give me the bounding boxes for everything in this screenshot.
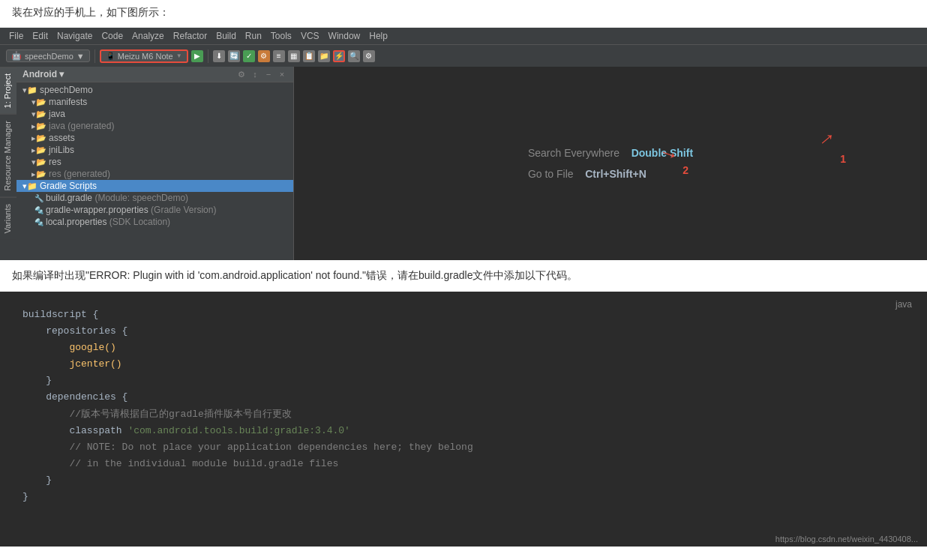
tree-content: ▾📁 speechDemo ▾📂 manifests ▾📂 java	[16, 82, 293, 260]
ide-menubar: File Edit Navigate Code Analyze Refactor…	[0, 28, 927, 44]
menu-build[interactable]: Build	[213, 31, 239, 41]
tree-assets-label: assets	[49, 133, 75, 143]
tree-item-root[interactable]: ▾📁 speechDemo	[16, 84, 293, 96]
toolbar-icon-4[interactable]: ⚙	[258, 50, 270, 62]
gradle-file-icon: 🔧	[34, 194, 44, 202]
folder-icon: ▾📁	[22, 85, 38, 95]
tree-res-generated-label: res (generated)	[49, 169, 110, 179]
toolbar-icon-9[interactable]: 🔍	[348, 50, 360, 62]
project-tree-panel: Android ▾ ⚙ ↕ − × ▾📁 speechDemo	[16, 67, 294, 260]
folder-icon: ▾📁	[22, 181, 38, 191]
menu-window[interactable]: Window	[326, 31, 364, 41]
run-button[interactable]: ▶	[191, 50, 203, 62]
goto-file-hint: Go to File Ctrl+Shift+N	[528, 163, 693, 184]
toolbar-icon-5[interactable]: ≡	[273, 50, 285, 62]
code-line-2: repositories {	[22, 323, 904, 340]
folder-icon: ▸📂	[32, 145, 46, 155]
tree-close-icon[interactable]: ×	[277, 69, 287, 79]
tree-java-generated-label: java (generated)	[49, 121, 114, 131]
menu-refactor[interactable]: Refactor	[170, 31, 210, 41]
ide-editor-area: Search Everywhere Double Shift Go to Fil…	[294, 67, 927, 260]
tree-settings-icon[interactable]: ⚙	[236, 69, 247, 79]
folder-icon: ▸📂	[32, 169, 46, 179]
tree-item-java[interactable]: ▾📂 java	[16, 108, 293, 120]
toolbar-icon-6[interactable]: ▦	[288, 50, 300, 62]
tree-jnilibs-label: jniLibs	[49, 145, 74, 155]
menu-code[interactable]: Code	[98, 31, 126, 41]
properties-file-icon: 🔩	[34, 206, 44, 214]
tree-item-gradle-wrapper[interactable]: 🔩 gradle-wrapper.properties (Gradle Vers…	[16, 204, 293, 216]
arrow-annotation-1: →	[811, 123, 842, 155]
device-selector[interactable]: 📱 Meizu M6 Note ▼	[100, 49, 188, 63]
folder-icon: ▾📂	[32, 109, 46, 119]
tree-item-build-gradle[interactable]: 🔧 build.gradle (Module: speechDemo)	[16, 192, 293, 204]
code-line-4: jcenter()	[22, 356, 904, 373]
goto-file-shortcut: Ctrl+Shift+N	[585, 168, 646, 180]
tree-manifests-label: manifests	[49, 97, 87, 107]
folder-icon: ▾📂	[32, 157, 46, 167]
variants-tab[interactable]: Variants	[0, 197, 16, 240]
tree-item-gradle-scripts[interactable]: ▾📁 Gradle Scripts	[16, 180, 293, 192]
project-dropdown[interactable]: 🤖 speechDemo ▼	[6, 49, 90, 62]
ide-screenshot: File Edit Navigate Code Analyze Refactor…	[0, 28, 927, 260]
tree-sort-icon[interactable]: ↕	[250, 69, 260, 79]
menu-help[interactable]: Help	[366, 31, 391, 41]
tree-local-props-label: local.properties (SDK Location)	[46, 217, 170, 227]
search-everywhere-label: Search Everywhere	[528, 147, 620, 159]
menu-run[interactable]: Run	[242, 31, 265, 41]
code-line-8: classpath 'com.android.tools.build:gradl…	[22, 423, 904, 439]
menu-file[interactable]: File	[6, 31, 26, 41]
project-tab[interactable]: 1: Project	[0, 67, 16, 114]
annotation-label-2: 2	[682, 164, 688, 176]
tree-collapse-icon[interactable]: −	[263, 69, 274, 79]
project-dropdown-arrow: ▼	[76, 52, 85, 61]
tree-item-res-generated[interactable]: ▸📂 res (generated)	[16, 168, 293, 180]
tree-res-label: res	[49, 157, 62, 167]
tree-item-jnilibs[interactable]: ▸📂 jniLibs	[16, 144, 293, 156]
tree-header: Android ▾ ⚙ ↕ − ×	[16, 67, 293, 82]
resource-manager-tab[interactable]: Resource Manager	[0, 114, 16, 197]
ide-side-tabs: 1: Project Resource Manager Variants	[0, 67, 16, 260]
code-line-6: dependencies {	[22, 389, 904, 406]
tree-item-res[interactable]: ▾📂 res	[16, 156, 293, 168]
device-icon: 📱	[106, 52, 115, 60]
tree-item-speechdemo-label: speechDemo	[40, 85, 93, 95]
tree-view-mode: Android ▾	[22, 69, 232, 79]
folder-icon: ▾📂	[32, 97, 46, 107]
menu-edit[interactable]: Edit	[29, 31, 51, 41]
local-props-file-icon: 🔩	[34, 218, 44, 226]
toolbar-icon-7[interactable]: 📋	[303, 50, 315, 62]
toolbar-icon-2[interactable]: 🔄	[228, 50, 240, 62]
ide-main-area: 1: Project Resource Manager Variants And…	[0, 67, 927, 260]
toolbar-icon-3[interactable]: ✓	[243, 50, 255, 62]
toolbar-icon-8[interactable]: 📁	[318, 50, 330, 62]
device-name-label: Meizu M6 Note	[118, 52, 173, 61]
annotation-label-1: 1	[840, 153, 846, 165]
separator-2	[208, 49, 208, 63]
code-line-11: }	[22, 472, 904, 489]
android-icon: 🤖	[11, 51, 22, 61]
device-dropdown-arrow: ▼	[176, 52, 182, 59]
tree-java-label: java	[49, 109, 65, 119]
tree-item-java-generated[interactable]: ▸📂 java (generated)	[16, 120, 293, 132]
code-line-5: }	[22, 373, 904, 389]
toolbar-icon-1[interactable]: ⬇	[213, 50, 225, 62]
toolbar-icon-10[interactable]: ⚙	[363, 50, 375, 62]
menu-tools[interactable]: Tools	[268, 31, 295, 41]
code-lang-badge: java	[896, 299, 912, 310]
project-name-label: speechDemo	[25, 52, 74, 61]
menu-analyze[interactable]: Analyze	[129, 31, 167, 41]
tree-item-assets[interactable]: ▸📂 assets	[16, 132, 293, 144]
menu-vcs[interactable]: VCS	[298, 31, 322, 41]
code-line-10: // in the individual module build.gradle…	[22, 456, 904, 472]
separator-1	[94, 49, 95, 63]
menu-navigate[interactable]: Navigate	[54, 31, 95, 41]
footer-url: https://blog.csdn.net/weixin_4430408...	[0, 532, 927, 547]
tree-item-local-properties[interactable]: 🔩 local.properties (SDK Location)	[16, 216, 293, 228]
code-line-1: buildscript {	[22, 307, 904, 323]
tree-item-manifests[interactable]: ▾📂 manifests	[16, 96, 293, 108]
run-profiler-button[interactable]: ⚡	[333, 50, 345, 62]
goto-file-label: Go to File	[528, 168, 574, 180]
code-line-9: // NOTE: Do not place your application d…	[22, 439, 904, 456]
code-block: buildscript { repositories { google() jc…	[22, 307, 904, 505]
